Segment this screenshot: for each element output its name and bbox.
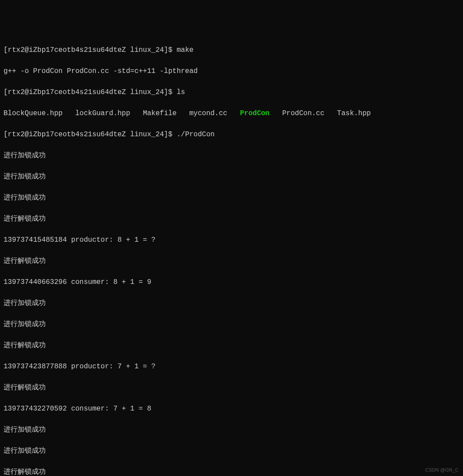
file-lockguard: lockGuard.hpp	[75, 109, 130, 117]
output-unlock: 进行解锁成功	[4, 382, 459, 393]
prompt: [rtx2@iZbp17ceotb4s21su64dteZ linux_24]$	[4, 46, 177, 54]
output-productor: 139737415485184 productor: 8 + 1 = ?	[4, 235, 459, 245]
cmd-ls: ls	[177, 88, 185, 96]
file-prodcon-exe: ProdCon	[240, 109, 270, 117]
file-task: Task.hpp	[337, 109, 371, 117]
file-makefile: Makefile	[143, 109, 177, 117]
output-unlock: 进行解锁成功	[4, 340, 459, 351]
prompt-line-run[interactable]: [rtx2@iZbp17ceotb4s21su64dteZ linux_24]$…	[4, 129, 459, 140]
output-lock: 进行加锁成功	[4, 150, 459, 161]
output-consumer: 139737432270592 consumer: 7 + 1 = 8	[4, 403, 459, 414]
output-lock: 进行加锁成功	[4, 425, 459, 435]
ls-output: BlockQueue.hpp lockGuard.hpp Makefile my…	[4, 108, 459, 119]
prompt: [rtx2@iZbp17ceotb4s21su64dteZ linux_24]$	[4, 88, 177, 96]
file-mycond: mycond.cc	[190, 109, 227, 117]
output-consumer: 139737440663296 consumer: 8 + 1 = 9	[4, 277, 459, 287]
prompt-line-ls[interactable]: [rtx2@iZbp17ceotb4s21su64dteZ linux_24]$…	[4, 87, 459, 98]
output-lock: 进行加锁成功	[4, 319, 459, 330]
output-unlock: 进行解锁成功	[4, 467, 459, 476]
output-lock: 进行加锁成功	[4, 298, 459, 309]
output-lock: 进行加锁成功	[4, 446, 459, 456]
output-lock: 进行加锁成功	[4, 193, 459, 203]
output-lock: 进行加锁成功	[4, 171, 459, 182]
file-blockqueue: BlockQueue.hpp	[4, 109, 62, 117]
prompt-line-make[interactable]: [rtx2@iZbp17ceotb4s21su64dteZ linux_24]$…	[4, 45, 459, 55]
file-prodcon-cc: ProdCon.cc	[282, 109, 324, 117]
prompt: [rtx2@iZbp17ceotb4s21su64dteZ linux_24]$	[4, 131, 177, 138]
output-unlock: 进行解锁成功	[4, 214, 459, 224]
watermark: CSDN @GR_C	[425, 466, 459, 474]
cmd-run: ./ProdCon	[177, 131, 215, 138]
output-unlock: 进行解锁成功	[4, 256, 459, 266]
output-productor: 139737423877888 productor: 7 + 1 = ?	[4, 361, 459, 372]
compile-output: g++ -o ProdCon ProdCon.cc -std=c++11 -lp…	[4, 66, 459, 76]
cmd-make: make	[177, 46, 193, 54]
